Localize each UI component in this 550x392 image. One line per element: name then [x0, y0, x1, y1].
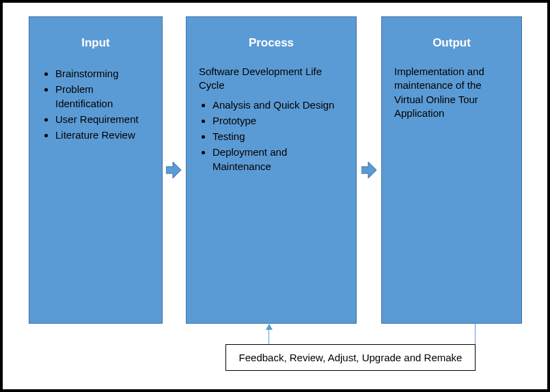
arrow-right-icon [361, 162, 376, 178]
input-title: Input [29, 17, 162, 65]
list-item: Deployment and Maintenance [212, 145, 344, 173]
connector-line [269, 330, 269, 344]
connector-line [475, 324, 476, 344]
input-body: Brainstorming Problem Identification Use… [29, 67, 162, 152]
output-box: Output Implementation and maintenance of… [381, 16, 522, 324]
input-box: Input Brainstorming Problem Identificati… [29, 16, 163, 324]
list-item: Literature Review [55, 128, 150, 142]
list-item: Analysis and Quick Design [212, 98, 344, 112]
output-title: Output [382, 17, 521, 65]
list-item: User Requirement [55, 113, 150, 126]
process-title: Process [187, 17, 356, 65]
list-item: Brainstorming [55, 67, 150, 81]
process-subtext: Software Development Life Cycle [199, 65, 344, 93]
feedback-text: Feedback, Review, Adjust, Upgrade and Re… [239, 352, 463, 363]
list-item: Problem Identification [55, 83, 150, 111]
output-text: Implementation and maintenance of the Vi… [382, 65, 521, 128]
process-box: Process Software Development Life Cycle … [186, 16, 357, 324]
list-item: Testing [212, 130, 344, 143]
diagram-frame: Input Brainstorming Problem Identificati… [0, 0, 550, 392]
feedback-box: Feedback, Review, Adjust, Upgrade and Re… [225, 344, 476, 371]
list-item: Prototype [212, 114, 344, 128]
arrow-up-icon [266, 324, 273, 330]
process-body: Software Development Life Cycle Analysis… [187, 65, 356, 184]
arrow-right-icon [166, 162, 181, 178]
